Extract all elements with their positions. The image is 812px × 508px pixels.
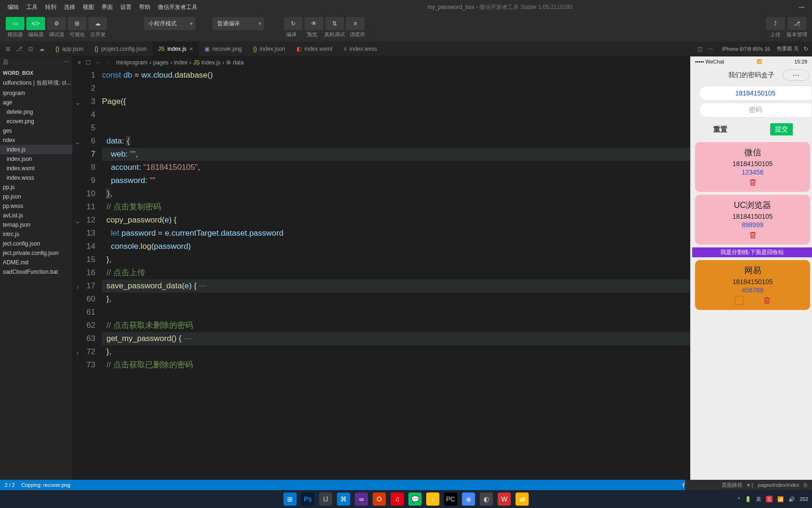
card-password[interactable]: 456789 [698, 286, 807, 294]
tray-volume-icon[interactable]: 🔊 [789, 496, 795, 502]
refresh-simulator-icon[interactable]: ↻ [804, 46, 808, 52]
simulator-toggle[interactable]: ▭ [6, 17, 24, 30]
route-value[interactable]: pages/index/index [757, 482, 799, 488]
tab-index-wxml[interactable]: ◧index.wxml [291, 41, 338, 56]
ext-icon[interactable]: ⊡ [26, 46, 35, 52]
compile-button[interactable]: ↻ [284, 17, 303, 30]
photoshop-icon[interactable]: Ps [301, 492, 314, 506]
menu-edit[interactable]: 编辑 [4, 3, 23, 11]
restore-icon[interactable] [734, 296, 744, 305]
tray-date[interactable]: 202 [800, 496, 808, 502]
cloud-icon[interactable]: ☁ [38, 46, 46, 52]
file-tree-item[interactable]: ges [0, 126, 72, 135]
intellij-icon[interactable]: IJ [319, 492, 332, 506]
sim-reset-button[interactable]: 重置 [713, 125, 727, 134]
window-minimize[interactable]: — [799, 4, 804, 10]
close-icon[interactable]: × [189, 45, 193, 53]
wps-icon[interactable]: W [498, 492, 511, 506]
explorer-more-icon[interactable]: ⋯ [64, 58, 70, 66]
tab-index-js[interactable]: JSindex.js× [152, 41, 199, 56]
debugger-toggle[interactable]: ⚙ [47, 17, 66, 30]
file-tree-item[interactable]: age [0, 98, 72, 107]
back-icon[interactable]: ← [95, 59, 101, 66]
card-password[interactable]: 898999 [698, 221, 807, 229]
file-tree-item[interactable]: pp.wxss [0, 201, 72, 211]
password-card[interactable]: 微信18184150105123456 [695, 142, 810, 192]
tray-battery-icon[interactable]: 🔋 [745, 496, 751, 502]
file-tree-item[interactable]: index.wxss [0, 173, 72, 183]
cloud-dev[interactable]: ☁ [88, 17, 107, 30]
file-tree-item[interactable]: iprogram [0, 88, 72, 98]
menu-select[interactable]: 选择 [60, 3, 79, 11]
menu-goto[interactable]: 转到 [41, 3, 60, 11]
file-tree-item[interactable]: index.js [0, 145, 72, 154]
card-password[interactable]: 123456 [698, 168, 807, 176]
sim-account-input[interactable]: 18184150105 [699, 86, 812, 101]
file-tree-item[interactable]: ADME.md [0, 258, 72, 267]
tray-ime-icon[interactable]: S [766, 496, 772, 502]
start-icon[interactable]: ⊞ [283, 492, 297, 506]
compile-select[interactable]: 普通编译 [212, 17, 264, 30]
copy-route-icon[interactable]: ⎘ [804, 482, 807, 488]
clear-cache-button[interactable]: ≡ [346, 17, 365, 30]
menu-help[interactable]: 帮助 [135, 3, 154, 11]
trash-icon[interactable] [749, 230, 757, 240]
preview-button[interactable]: 👁 [304, 17, 323, 30]
trash-icon[interactable] [749, 178, 757, 187]
password-card[interactable]: UC浏览器18184150105898999 [695, 195, 810, 245]
device-info[interactable]: iPhone 6/7/8 85% 16 [722, 46, 770, 52]
file-tree-item[interactable]: avList.js [0, 211, 72, 220]
file-tree-item[interactable]: ndex [0, 135, 72, 145]
file-tree-item[interactable]: udfunctions | 当前环境: cl... [0, 78, 72, 88]
menu-interface[interactable]: 界面 [98, 3, 117, 11]
file-tree-item[interactable]: index.wxml [0, 164, 72, 173]
upload-button[interactable]: ⤴ [766, 17, 785, 30]
menu-tools[interactable]: 工具 [23, 3, 41, 11]
sim-capsule[interactable]: ⋯ [783, 70, 809, 81]
netease-icon[interactable]: ♫ [390, 492, 404, 506]
file-tree-item[interactable]: index.json [0, 154, 72, 164]
file-tree-item[interactable]: ecover.png [0, 117, 72, 126]
trash-icon[interactable] [763, 296, 771, 305]
file-tree-item[interactable]: delete.png [0, 107, 72, 117]
tab-recover-png[interactable]: ▣recover.png [199, 41, 248, 56]
chrome-icon[interactable]: ◉ [462, 492, 475, 506]
more-actions-icon[interactable]: ⋯ [707, 46, 713, 52]
file-tree-item[interactable]: pp.js [0, 183, 72, 192]
forward-icon[interactable]: → [106, 59, 111, 66]
browser-icon[interactable]: ● [426, 492, 439, 506]
menu-devtools[interactable]: 微信开发者工具 [154, 3, 201, 11]
list-icon[interactable]: ≡ [78, 59, 81, 66]
file-tree-item[interactable]: temap.json [0, 220, 72, 230]
breadcrumb-path[interactable]: miniprogram›pages›index›JS index.js›⚙ da… [116, 59, 244, 66]
remote-debug-button[interactable]: ⇅ [325, 17, 344, 30]
pycharm-icon[interactable]: PC [444, 492, 457, 506]
vs-icon[interactable]: ∞ [355, 492, 368, 506]
file-tree-item[interactable]: pp.json [0, 192, 72, 201]
wechat-icon[interactable]: 💬 [408, 492, 422, 506]
file-tree-item[interactable]: oadCloudFunction.bat [0, 267, 72, 277]
mode-select[interactable]: 小程序模式 [144, 17, 195, 30]
hot-reload-toggle[interactable]: 热重载 关 [777, 45, 799, 52]
file-tree-item[interactable]: intrc.js [0, 230, 72, 239]
tray-lang[interactable]: 英 [756, 496, 761, 503]
menu-view[interactable]: 视图 [79, 3, 98, 11]
tab-index-wxss[interactable]: #index.wxss [338, 41, 383, 56]
sim-password-input[interactable]: 密码 [699, 103, 812, 118]
tab-app-json[interactable]: {}app.json [50, 41, 89, 56]
split-editor-icon[interactable]: ◫ [697, 46, 703, 52]
workspace-root[interactable]: WORD_BOX [0, 68, 72, 78]
file-tree-item[interactable]: ject.private.config.json [0, 248, 72, 258]
file-tree-item[interactable]: ject.config.json [0, 239, 72, 248]
vscode-icon[interactable]: ⌘ [337, 492, 350, 506]
devtools-icon[interactable]: ◐ [480, 492, 493, 506]
sim-submit-button[interactable]: 提交 [770, 123, 793, 135]
visual-toggle[interactable]: ⊞ [68, 17, 86, 30]
explorer-icon[interactable]: ⊞ [4, 46, 12, 52]
editor-toggle[interactable]: </> [26, 17, 45, 30]
office-icon[interactable]: O [373, 492, 386, 506]
menu-settings[interactable]: 设置 [117, 3, 135, 11]
recycle-card[interactable]: 网易18184150105456789 [695, 260, 810, 310]
tray-wifi-icon[interactable]: 📶 [777, 496, 784, 502]
scm-icon[interactable]: ⎇ [15, 46, 23, 52]
